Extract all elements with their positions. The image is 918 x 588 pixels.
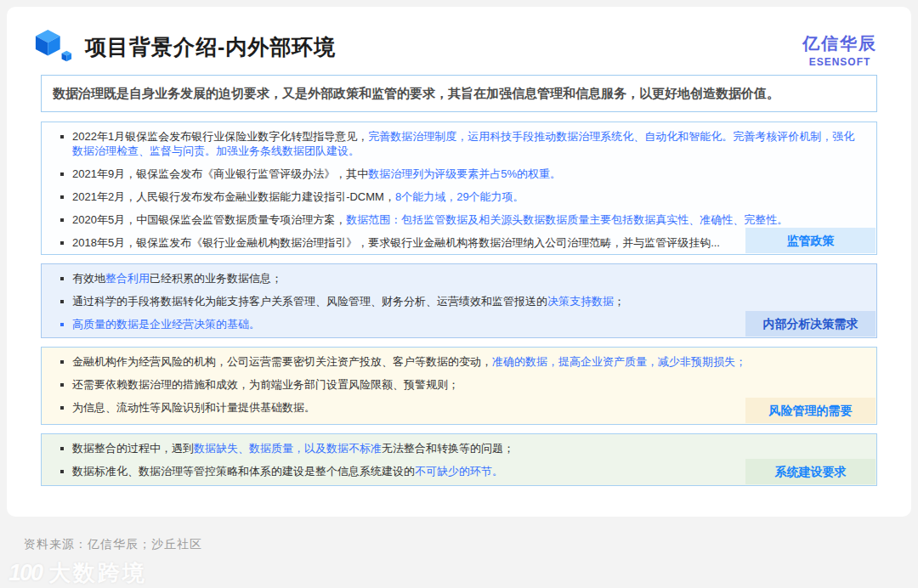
text-segment: 2020年5月，中国银保监会监管数据质量专项治理方案， [72,213,346,226]
text-segment: 决策支持数据 [547,295,614,308]
bullet-marker [60,447,64,450]
brand-subtitle: ESENSOFT [802,56,877,68]
bullet-text: 2021年9月，银保监会发布《商业银行监管评级办法》，其中数据治理列为评级要素并… [72,167,561,181]
page-title: 项目背景介绍-内外部环境 [85,33,336,61]
bullet-marker [60,406,64,410]
bullet-item: 2021年9月，银保监会发布《商业银行监管评级办法》，其中数据治理列为评级要素并… [54,167,863,181]
section-label-system-construction: 系统建设要求 [745,459,876,484]
bullet-marker [60,323,64,326]
bullet-item: 高质量的数据是企业经营决策的基础。 [54,317,863,331]
bullet-marker [60,470,64,473]
text-segment: 2022年1月银保监会发布银行业保险业数字化转型指导意见， [72,130,368,143]
bullet-item: 数据整合的过程中，遇到数据缺失、数据质量，以及数据不标准无法整合和转换等的问题； [54,441,863,455]
text-segment: 数据缺失、数据质量，以及数据不标准 [194,442,382,455]
bullet-text: 2022年1月银保监会发布银行业保险业数字化转型指导意见，完善数据治理制度，运用… [72,129,863,158]
section-regulatory-policy: 2022年1月银保监会发布银行业保险业数字化转型指导意见，完善数据治理制度，运用… [41,122,877,255]
text-segment: 无法整合和转换等的问题； [382,442,514,455]
text-segment: 2021年2月，人民银行发布发布金融业数据能力建设指引-DCMM， [72,190,395,203]
bullet-item: 2018年5月，银保监发布《银行业金融机构数据治理指引》，要求银行业金融机构将数… [54,235,863,250]
brand-name: 亿信华辰 [802,32,877,55]
bullet-marker [60,172,64,176]
bullet-text: 金融机构作为经营风险的机构，公司运营需要密切关注资产投放、客户等数据的变动，准确… [72,354,746,369]
section-system-construction: 数据整合的过程中，遇到数据缺失、数据质量，以及数据不标准无法整合和转换等的问题；… [41,433,877,486]
bullet-text: 数据整合的过程中，遇到数据缺失、数据质量，以及数据不标准无法整合和转换等的问题； [72,441,514,455]
cube-logo-icon [34,27,73,66]
section-label-regulatory-policy: 监管政策 [745,228,876,253]
bullet-marker [60,218,64,222]
bullet-marker [60,383,64,387]
text-segment: 2018年5月，银保监发布《银行业金融机构数据治理指引》，要求银行业金融机构将数… [72,236,720,249]
bullet-marker [60,360,64,364]
slide-card: 项目背景介绍-内外部环境 亿信华辰 ESENSOFT 数据治理既是自身业务发展的… [7,7,911,517]
watermark-text: 大数跨境 [48,558,147,588]
bullet-item: 2022年1月银保监会发布银行业保险业数字化转型指导意见，完善数据治理制度，运用… [54,129,863,158]
bullet-text: 有效地整合利用已经积累的业务数据信息； [72,271,282,286]
text-segment: 有效地 [72,272,105,285]
text-segment: 已经积累的业务数据信息； [150,272,282,285]
bullet-item: 通过科学的手段将数据转化为能支持客户关系管理、风险管理、财务分析、运营绩效和监管… [54,294,863,308]
bullet-item: 有效地整合利用已经积累的业务数据信息； [54,271,863,286]
bullet-text: 高质量的数据是企业经营决策的基础。 [72,317,260,331]
bullet-item: 金融机构作为经营风险的机构，公司运营需要密切关注资产投放、客户等数据的变动，准确… [54,354,863,369]
section-internal-analysis-decision: 有效地整合利用已经积累的业务数据信息；通过科学的手段将数据转化为能支持客户关系管… [41,263,877,338]
text-segment: 为信息、流动性等风险识别和计量提供基础数据。 [72,401,315,414]
bullet-item: 数据标准化、数据治理等管控策略和体系的建设是整个信息系统建设的不可缺少的环节。 [54,464,863,478]
text-segment: 通过科学的手段将数据转化为能支持客户关系管理、风险管理、财务分析、运营绩效和监管… [72,295,547,308]
bullet-item: 2020年5月，中国银保监会监管数据质量专项治理方案，数据范围：包括监管数据及相… [54,212,863,227]
text-segment: 还需要依赖数据治理的措施和成效，为前端业务部门设置风险限额、预警规则； [72,378,459,391]
section-label-internal-analysis-decision: 内部分析决策需求 [745,311,876,336]
text-segment: 高质量的数据是企业经营决策的基础。 [72,318,260,331]
bullet-text: 还需要依赖数据治理的措施和成效，为前端业务部门设置风险限额、预警规则； [72,377,459,392]
text-segment: 数据治理列为评级要素并占5%的权重。 [368,167,561,180]
watermark-100-icon: 100 [8,560,42,586]
bullet-marker [60,135,64,139]
bullet-item: 为信息、流动性等风险识别和计量提供基础数据。 [54,400,863,415]
bullet-item: 还需要依赖数据治理的措施和成效，为前端业务部门设置风险限额、预警规则； [54,377,863,392]
bullet-text: 2018年5月，银保监发布《银行业金融机构数据治理指引》，要求银行业金融机构将数… [72,235,720,250]
text-segment: 数据范围：包括监管数据及相关源头数据数据质量主要包括数据真实性、准确性、完整性。 [346,213,788,226]
section-risk-management: 金融机构作为经营风险的机构，公司运营需要密切关注资产投放、客户等数据的变动，准确… [41,347,877,425]
bullet-text: 2020年5月，中国银保监会监管数据质量专项治理方案，数据范围：包括监管数据及相… [72,212,788,227]
bullet-text: 数据标准化、数据治理等管控策略和体系的建设是整个信息系统建设的不可缺少的环节。 [72,464,503,478]
bullet-text: 通过科学的手段将数据转化为能支持客户关系管理、风险管理、财务分析、运营绩效和监管… [72,294,625,308]
slide-header: 项目背景介绍-内外部环境 [34,27,336,66]
text-segment: 整合利用 [105,272,150,285]
text-segment: 金融机构作为经营风险的机构，公司运营需要密切关注资产投放、客户等数据的变动， [72,355,492,368]
text-segment: 8个能力域，29个能力项。 [395,190,524,203]
section-label-risk-management: 风险管理的需要 [745,398,876,423]
bullet-marker [60,195,64,199]
watermark-logo: 100 大数跨境 [8,558,147,588]
text-segment: ； [614,295,625,308]
brand-logo: 亿信华辰 ESENSOFT [802,32,877,68]
bullet-marker [60,277,64,280]
bullet-marker [60,300,64,303]
text-segment: 2021年9月，银保监会发布《商业银行监管评级办法》，其中 [72,167,368,180]
text-segment: 数据标准化、数据治理等管控策略和体系的建设是整个信息系统建设的 [72,465,415,478]
intro-statement: 数据治理既是自身业务发展的迫切要求，又是外部政策和监管的要求，其旨在加强信息管理… [41,75,877,112]
text-segment: 数据整合的过程中，遇到 [72,442,194,455]
text-segment: 准确的数据，提高企业资产质量，减少非预期损失； [492,355,746,368]
source-note: 资料来源：亿信华辰；沙丘社区 [24,537,202,552]
bullet-item: 2021年2月，人民银行发布发布金融业数据能力建设指引-DCMM，8个能力域，2… [54,189,863,204]
bullet-text: 为信息、流动性等风险识别和计量提供基础数据。 [72,400,315,415]
text-segment: 不可缺少的环节。 [415,465,503,478]
bullet-text: 2021年2月，人民银行发布发布金融业数据能力建设指引-DCMM，8个能力域，2… [72,189,524,204]
bullet-marker [60,241,64,245]
